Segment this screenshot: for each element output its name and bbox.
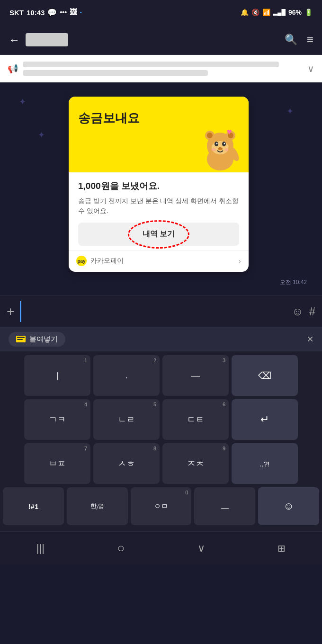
keyboard-row-1: 1 | 2 . 3 — ⌫ — [3, 355, 319, 396]
add-button[interactable]: + — [7, 304, 14, 319]
kakaopay-history-button[interactable]: 내역 보기 — [78, 223, 239, 246]
star-decoration: ✦ — [19, 97, 26, 107]
status-right: 🔔 🔇 📶 ▂▄█ 96% 🔋 — [241, 9, 313, 16]
keyboard: 1 | 2 . 3 — ⌫ 4 ㄱㅋ 5 ㄴㄹ 6 ㄷㅌ ↵ — [0, 351, 322, 531]
wifi-icon: 📶 — [262, 9, 270, 16]
kakaopay-card-title: 송금보내요 — [78, 106, 140, 125]
kakaopay-desc: 송금 받기 전까지 보낸 분은 내역 상세 화면에서 취소할 수 있어요. — [78, 196, 239, 216]
message-timestamp: 오전 10:42 — [8, 278, 307, 286]
nav-left: ← — [9, 33, 68, 46]
nav-keyboard-switch[interactable]: ⊞ — [277, 543, 286, 554]
nav-recent-apps[interactable]: ||| — [36, 542, 45, 555]
svg-point-11 — [218, 147, 223, 150]
emoji-button[interactable]: ☺ — [292, 305, 304, 318]
chat-area: ✦ ✦ ✦ 송금보내요 — [0, 82, 322, 295]
menu-button[interactable]: ≡ — [307, 33, 313, 46]
status-left: SKT 10:43 💬 ••• 🖼 • — [9, 8, 82, 17]
battery-icon: 🔋 — [304, 9, 313, 16]
key-eu[interactable]: ㅡ — [194, 487, 255, 525]
key-dt[interactable]: 6 ㄷㅌ — [162, 399, 229, 440]
kakaopay-footer: pay 카카오페이 › — [69, 250, 249, 272]
hash-button[interactable]: # — [309, 305, 315, 318]
dot-indicator: • — [80, 10, 82, 15]
key-special-chars[interactable]: !#1 — [3, 487, 64, 525]
keyboard-row-2: 4 ㄱㅋ 5 ㄴㄹ 6 ㄷㅌ ↵ — [3, 399, 319, 440]
announcement-content: 📢 — [8, 62, 307, 76]
clipboard-close-button[interactable]: × — [307, 332, 313, 346]
clipboard-bar: 붙여넣기 × — [0, 327, 322, 351]
key-punctuation[interactable]: .,?! — [232, 443, 298, 484]
alarm-icon: 🔔 — [241, 9, 249, 16]
nav-home[interactable]: ○ — [117, 541, 125, 555]
star-decoration: ✦ — [286, 106, 294, 116]
bottom-nav: ||| ○ ∨ ⊞ — [0, 531, 322, 564]
svg-rect-17 — [17, 337, 25, 338]
key-nr[interactable]: 5 ㄴㄹ — [93, 399, 160, 440]
clipboard-icon — [16, 336, 26, 342]
status-bar: SKT 10:43 💬 ••• 🖼 • 🔔 🔇 📶 ▂▄█ 96% 🔋 — [0, 0, 322, 25]
announcement-line-1 — [23, 62, 279, 67]
text-input[interactable] — [20, 301, 286, 322]
svg-point-9 — [216, 143, 218, 144]
announcement-bar: 📢 ∨ — [0, 55, 322, 82]
svg-point-12 — [211, 148, 216, 151]
key-dot[interactable]: 2 . — [93, 355, 160, 396]
key-om[interactable]: 0 ㅇㅁ — [131, 487, 192, 525]
key-pipe[interactable]: 1 | — [24, 355, 90, 396]
keyboard-row-3: 7 ㅂㅍ 8 ㅅㅎ 9 ㅈㅊ .,?! — [3, 443, 319, 484]
announcement-text-block — [23, 62, 307, 76]
key-jch[interactable]: 9 ㅈㅊ — [162, 443, 229, 484]
announcement-icon: 📢 — [8, 63, 18, 74]
svg-text:♥: ♥ — [227, 127, 232, 136]
signal-icon: ▂▄█ — [273, 9, 286, 16]
kakaopay-chevron: › — [238, 256, 241, 266]
kakaopay-body: 1,000원을 보냈어요. 송금 받기 전까지 보낸 분은 내역 상세 화면에서… — [69, 172, 249, 250]
star-decoration: ✦ — [38, 130, 45, 140]
carrier-label: SKT — [9, 9, 24, 17]
key-dash[interactable]: 3 — — [162, 355, 229, 396]
key-enter[interactable]: ↵ — [232, 399, 298, 440]
more-icon: ••• — [60, 9, 67, 16]
mute-icon: 🔇 — [251, 9, 259, 16]
key-lang-switch[interactable]: 한/영 — [67, 487, 128, 525]
time-label: 10:43 — [27, 9, 45, 17]
nav-back[interactable]: ∨ — [197, 542, 205, 555]
key-bp[interactable]: 7 ㅂㅍ — [24, 443, 90, 484]
nav-right: 🔍 ≡ — [285, 33, 313, 46]
battery-label: 96% — [288, 9, 302, 16]
svg-rect-18 — [17, 339, 23, 340]
nav-bar: ← 🔍 ≡ — [0, 25, 322, 55]
kakaopay-amount: 1,000원을 보냈어요. — [78, 180, 239, 192]
svg-point-4 — [207, 133, 213, 138]
search-button[interactable]: 🔍 — [285, 34, 297, 46]
kakaopay-footer-label: 카카오페이 — [90, 257, 124, 265]
kakao-character: ♥ — [197, 125, 244, 172]
key-sh[interactable]: 8 ㅅㅎ — [93, 443, 160, 484]
back-button[interactable]: ← — [9, 33, 20, 46]
key-backspace[interactable]: ⌫ — [232, 355, 298, 396]
kakaopay-footer-left: pay 카카오페이 — [76, 256, 124, 266]
nav-title-blurred — [26, 33, 68, 46]
kakaopay-header: 송금보내요 — [69, 97, 249, 172]
clipboard-chip[interactable]: 붙여넣기 — [9, 332, 65, 347]
keyboard-row-4: !#1 한/영 0 ㅇㅁ ㅡ ☺ — [3, 487, 319, 525]
key-gk[interactable]: 4 ㄱㅋ — [24, 399, 90, 440]
clipboard-label: 붙여넣기 — [29, 335, 58, 344]
svg-point-10 — [224, 143, 225, 144]
gallery-icon: 🖼 — [70, 8, 77, 17]
key-emoji[interactable]: ☺ — [258, 487, 319, 525]
announcement-line-2 — [23, 70, 208, 76]
announcement-collapse-icon[interactable]: ∨ — [307, 63, 314, 74]
kakaopay-logo-icon: pay — [76, 256, 87, 266]
kakaopay-card: 송금보내요 — [69, 97, 249, 272]
input-bar: + ☺ # — [0, 295, 322, 327]
chat-icon: 💬 — [47, 8, 57, 17]
